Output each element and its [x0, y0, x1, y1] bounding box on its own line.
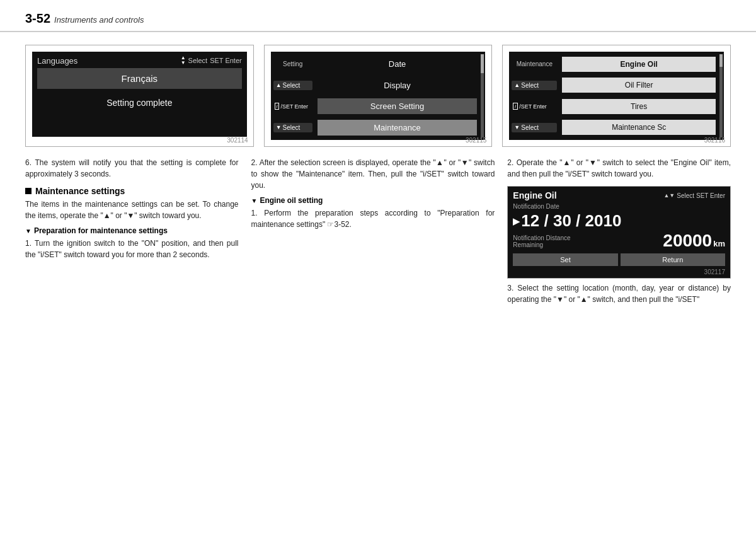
notification-date-label: Notification Date — [513, 203, 725, 210]
scroll-bar — [481, 54, 484, 137]
select-up-s3-label: Select — [521, 82, 539, 89]
triangle-icon-2: ▼ — [251, 197, 258, 204]
menu-item-date: Date — [318, 56, 478, 72]
screen2-box: Setting ▲ Select i /SET Enter ▼ Select — [264, 45, 493, 147]
screen3-menu: Engine Oil Oil Filter Tires Maintenance … — [559, 52, 718, 140]
engine-oil-setting-label: Engine oil setting — [260, 196, 323, 205]
text-sections: 6. The system will notify you that the s… — [25, 157, 731, 310]
menu-item-tires: Tires — [562, 99, 716, 114]
updown-arrows: ▲▼ — [181, 55, 186, 66]
col1-para1: 6. The system will notify you that the s… — [25, 157, 239, 180]
down-arrow-s3-icon: ▼ — [514, 124, 520, 130]
down-arrow-icon: ▼ — [276, 124, 282, 130]
remaining-row: Notification Distance Remaining 20000 km — [513, 231, 725, 251]
select-s4-label: Select — [677, 192, 694, 199]
dist-value: 20000 — [663, 231, 712, 251]
screen4-top: Engine Oil ▲▼ Select SET Enter — [513, 190, 725, 200]
select-down-btn-s3: ▼ Select — [512, 123, 557, 132]
screen4-controls: ▲▼ Select SET Enter — [663, 192, 725, 199]
scroll-bar-s3 — [719, 54, 723, 137]
notification-dist-col: Notification Distance Remaining — [513, 233, 570, 248]
dist-unit: km — [713, 239, 725, 248]
select-down-label: Select — [283, 124, 301, 131]
col2-para1: 2. After the selection screen is display… — [251, 157, 495, 191]
return-button[interactable]: Return — [621, 253, 725, 266]
screen1-controls: ▲▼ Select SET Enter — [181, 55, 242, 66]
screens-row: Languages ▲▼ Select SET Enter Français S… — [25, 45, 731, 147]
col3-para2: 3. Select the setting location (month, d… — [507, 282, 731, 305]
engine-oil-setting-heading: ▼ Engine oil setting — [251, 196, 495, 205]
play-icon: ▶ — [513, 216, 520, 226]
maintenance-tab-label: Maintenance — [512, 59, 557, 69]
screen1-box: Languages ▲▼ Select SET Enter Français S… — [25, 45, 254, 147]
info-icon-s3: i — [513, 103, 518, 110]
menu-item-screen-setting: Screen Setting — [318, 98, 478, 114]
dist-value-col: 20000 km — [663, 231, 725, 251]
menu-item-engine-oil: Engine Oil — [562, 57, 716, 72]
screen1-code: 302114 — [227, 137, 248, 144]
screen2-code: 302115 — [466, 137, 486, 144]
select-down-s3-label: Select — [521, 124, 539, 131]
screen3-left-panel: Maintenance ▲ Select i /SET Enter ▼ Sele… — [509, 52, 559, 140]
francais-row: Français — [37, 68, 242, 89]
screen4-display: Engine Oil ▲▼ Select SET Enter Notificat… — [508, 187, 730, 278]
select-up-btn-s3: ▲ Select — [512, 81, 557, 90]
col2-sub1-body: 1. Perform the preparation steps accordi… — [251, 207, 495, 230]
col3-para1: 2. Operate the "▲" or "▼" switch to sele… — [507, 157, 731, 180]
screen1-top-row: Languages ▲▼ Select SET Enter — [37, 55, 242, 66]
screen2-display: Setting ▲ Select i /SET Enter ▼ Select — [271, 52, 486, 140]
info-enter-btn: i /SET Enter — [273, 101, 312, 111]
page-header: 3-52 Instruments and controls — [0, 0, 756, 32]
setting-complete: Setting complete — [37, 91, 242, 114]
info-icon: i — [275, 103, 280, 110]
date-value-display: ▶ 12 / 30 / 2010 — [513, 211, 725, 231]
main-content: Languages ▲▼ Select SET Enter Français S… — [0, 32, 756, 323]
remaining-label: Remaining — [513, 241, 570, 248]
col1-sub1-body: 1. Turn the ignition switch to the "ON" … — [25, 238, 239, 260]
set-button[interactable]: Set — [513, 253, 617, 266]
set-enter-label: SET Enter — [210, 57, 242, 64]
menu-item-maintenance-sc: Maintenance Sc — [562, 120, 716, 135]
enter-label: Enter — [294, 103, 308, 110]
engine-oil-screen-label: Engine Oil — [513, 190, 556, 200]
set-label-s3: /SET — [519, 103, 532, 110]
updown-arrows-s4: ▲▼ — [663, 192, 675, 199]
col1-section-body: The items in the maintenance settings ca… — [25, 199, 239, 221]
section-title: Instruments and controls — [54, 15, 144, 25]
up-arrow-icon: ▲ — [276, 82, 282, 88]
screen3-code: 302116 — [704, 137, 725, 144]
setting-complete-label: Setting complete — [106, 98, 172, 108]
notification-dist-label: Notification Distance — [513, 234, 570, 241]
select-up-btn: ▲ Select — [273, 81, 312, 90]
select-label: Select — [188, 57, 208, 64]
menu-item-oil-filter: Oil Filter — [562, 78, 716, 93]
triangle-icon: ▼ — [25, 228, 32, 234]
screen4-buttons: Set Return — [513, 253, 725, 266]
text-col2: 2. After the selection screen is display… — [251, 157, 495, 310]
select-up-label: Select — [283, 82, 301, 89]
maintenance-settings-label: Maintenance settings — [35, 186, 125, 196]
select-down-btn: ▼ Select — [273, 123, 312, 132]
preparation-label: Preparation for maintenance settings — [34, 226, 168, 235]
screen4-code: 302117 — [704, 269, 725, 275]
screen3-display: Maintenance ▲ Select i /SET Enter ▼ Sele… — [509, 52, 724, 140]
preparation-heading: ▼ Preparation for maintenance settings — [25, 226, 239, 235]
text-col1: 6. The system will notify you that the s… — [25, 157, 239, 310]
page-number: 3-52 — [25, 11, 50, 26]
scroll-thumb — [481, 54, 484, 73]
info-enter-btn-s3: i /SET Enter — [512, 101, 557, 111]
set-enter-s4-label: SET Enter — [696, 192, 725, 199]
screen2-left-panel: Setting ▲ Select i /SET Enter ▼ Select — [271, 52, 315, 140]
screen2-menu: Date Display Screen Setting Maintenance — [315, 52, 480, 140]
text-col3: 2. Operate the "▲" or "▼" switch to sele… — [507, 157, 731, 310]
setting-tab-label: Setting — [273, 59, 312, 69]
scroll-thumb-s3 — [719, 54, 723, 67]
screen3-box: Maintenance ▲ Select i /SET Enter ▼ Sele… — [502, 45, 731, 147]
francais-label: Français — [122, 73, 158, 84]
screen4-box: Engine Oil ▲▼ Select SET Enter Notificat… — [507, 186, 731, 279]
enter-s3-label: Enter — [533, 103, 547, 110]
maintenance-settings-heading: Maintenance settings — [25, 186, 239, 196]
date-value: 12 / 30 / 2010 — [521, 211, 621, 231]
menu-item-display: Display — [318, 78, 478, 93]
heading-square-icon — [25, 188, 32, 194]
